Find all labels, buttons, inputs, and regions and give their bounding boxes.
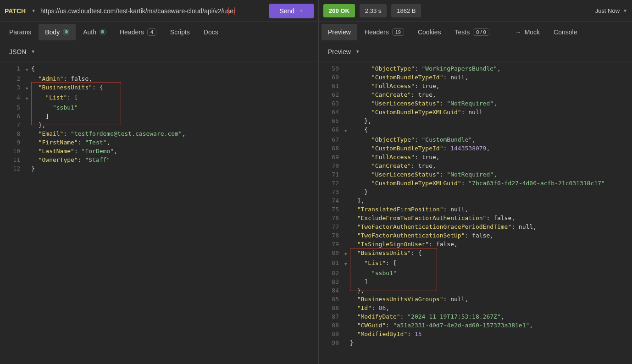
preview-dropdown-icon: ▼	[355, 49, 360, 54]
code-line: 9 "FirstName": "Test",	[0, 138, 318, 147]
code-line: 82 "ssbu1"	[319, 269, 632, 277]
tab-tests[interactable]: Tests 0 / 0	[449, 24, 496, 40]
code-line: 78 "TwoFactorAuthenticationSetUp": false…	[319, 231, 632, 240]
tab-mock[interactable]: → Mock	[506, 24, 546, 40]
code-line: 81▼ "List": [	[319, 259, 632, 269]
tab-body-label: Body	[45, 28, 60, 36]
tab-auth-label: Auth	[83, 28, 96, 36]
code-line: 61 "FullAccess": true,	[319, 82, 632, 90]
auth-set-icon	[100, 29, 106, 35]
code-line: 4▼ "List": [	[0, 93, 318, 103]
code-line: 79 "IsSingleSignOnUser": false,	[319, 240, 632, 248]
headers-count-badge: 4	[147, 28, 156, 36]
code-line: 69 "FullAccess": true,	[319, 153, 632, 161]
code-line: 5 "ssbu1"	[0, 103, 318, 112]
code-line: 87 "ModifyDate": "2024-11-19T17:53:18.26…	[319, 312, 632, 321]
code-line: 72 "CustomBundleTypeXMLGuid": "7bca63f0-…	[319, 179, 632, 188]
code-line: 88 "CWGuid": "a51a2331-40d7-4e2d-ad60-15…	[319, 321, 632, 330]
preview-mode-label: Preview	[328, 48, 351, 55]
response-time: 2.33 s	[360, 4, 387, 17]
code-line: 62 "CanCreate": true,	[319, 90, 632, 99]
code-line: 83 ]	[319, 277, 632, 286]
code-line: 59 "ObjectType": "WorkingPapersBundle",	[319, 64, 632, 73]
tab-docs[interactable]: Docs	[197, 24, 225, 40]
body-type-selector[interactable]: JSON ▼	[0, 42, 318, 61]
send-button[interactable]: Send ▼	[269, 4, 314, 18]
timestamp-dropdown-icon: ▼	[623, 8, 627, 13]
tab-auth[interactable]: Auth	[77, 24, 112, 40]
code-line: 74 ],	[319, 196, 632, 205]
body-type-dropdown-icon: ▼	[31, 49, 35, 54]
response-size: 1862 B	[391, 4, 421, 17]
code-line: 6 ]	[0, 112, 318, 121]
preview-mode-selector[interactable]: Preview ▼	[319, 42, 632, 61]
resp-headers-count-badge: 19	[392, 28, 404, 36]
response-timestamp[interactable]: Just Now ▼	[595, 7, 627, 14]
code-line: 68 "CustomBundleTypeId": 1443538079,	[319, 144, 632, 153]
code-line: 77 "TwoFactorAuthenticationGracePeriodEn…	[319, 222, 632, 231]
timestamp-label: Just Now	[595, 7, 620, 14]
code-line: 1▼{	[0, 64, 318, 74]
code-line: 11 "OwnerType": "Staff"	[0, 155, 318, 164]
code-line: 10 "LastName": "ForDemo",	[0, 147, 318, 155]
code-line: 70 "CanCreate": true,	[319, 161, 632, 170]
http-method[interactable]: PATCH	[5, 7, 27, 15]
code-line: 80▼ "BusinessUnits": {	[319, 248, 632, 259]
code-line: 12}	[0, 164, 318, 173]
body-type-label: JSON	[9, 48, 26, 55]
code-line: 86 "Id": 86,	[319, 303, 632, 312]
tab-mock-label: Mock	[525, 28, 540, 36]
request-body-editor[interactable]: 1▼{2 "Admin": false,3▼ "BusinessUnits": …	[0, 61, 318, 364]
tab-resp-headers[interactable]: Headers 19	[358, 24, 410, 40]
code-line: 3▼ "BusinessUnits": {	[0, 83, 318, 93]
code-line: 71 "UserLicenseStatus": "NotRequired",	[319, 170, 632, 179]
tab-console[interactable]: Console	[547, 24, 583, 40]
code-line: 2 "Admin": false,	[0, 74, 318, 83]
send-dropdown-icon[interactable]: ▼	[299, 8, 304, 13]
code-line: 63 "UserLicenseStatus": "NotRequired",	[319, 99, 632, 108]
code-line: 90}	[319, 338, 632, 347]
code-line: 65 },	[319, 116, 632, 125]
tab-body[interactable]: Body	[39, 24, 76, 40]
tests-count-badge: 0 / 0	[473, 28, 489, 36]
tab-tests-label: Tests	[455, 28, 470, 36]
response-bar: 200 OK 2.33 s 1862 B Just Now ▼	[319, 0, 632, 22]
tab-params[interactable]: Params	[3, 24, 38, 40]
send-label: Send	[279, 7, 294, 15]
url-input[interactable]: https://us.cwcloudtest.com/test-kartik/m…	[40, 7, 265, 15]
method-dropdown-icon[interactable]: ▼	[31, 8, 36, 13]
status-code: 200 OK	[323, 4, 355, 17]
url-text: https://us.cwcloudtest.com/test-kartik/m…	[40, 7, 236, 15]
tab-preview[interactable]: Preview	[322, 24, 357, 40]
tab-headers[interactable]: Headers 4	[113, 24, 163, 40]
code-line: 66▼ {	[319, 125, 632, 135]
code-line: 85 "BusinessUnitsViaGroups": null,	[319, 295, 632, 303]
code-line: 64 "CustomBundleTypeXMLGuid": null	[319, 108, 632, 116]
mock-arrow-icon: →	[512, 28, 521, 36]
code-line: 84 },	[319, 286, 632, 295]
code-line: 89 "ModifiedById": 15	[319, 330, 632, 338]
tab-headers-label: Headers	[120, 28, 144, 36]
response-body-viewer[interactable]: 59 "ObjectType": "WorkingPapersBundle",6…	[319, 61, 632, 364]
code-line: 75 "TranslatedFirmPosition": null,	[319, 205, 632, 214]
code-line: 8 "Email": "testfordemo@test.caseware.co…	[0, 129, 318, 138]
tab-resp-headers-label: Headers	[365, 28, 389, 36]
body-changed-icon	[63, 29, 69, 35]
code-line: 67 "ObjectType": "CustomBundle",	[319, 135, 632, 144]
tab-scripts[interactable]: Scripts	[164, 24, 196, 40]
code-line: 7 },	[0, 121, 318, 129]
code-line: 76 "ExcludeFromTwoFactorAuthentication":…	[319, 214, 632, 222]
request-bar: PATCH ▼ https://us.cwcloudtest.com/test-…	[0, 0, 318, 22]
code-line: 60 "CustomBundleTypeId": null,	[319, 73, 632, 82]
code-line: 73 }	[319, 188, 632, 196]
tab-cookies[interactable]: Cookies	[411, 24, 448, 40]
request-tabs: Params Body Auth Headers 4 Scripts Docs	[0, 22, 318, 42]
response-tabs: Preview Headers 19 Cookies Tests 0 / 0 →…	[319, 22, 632, 42]
